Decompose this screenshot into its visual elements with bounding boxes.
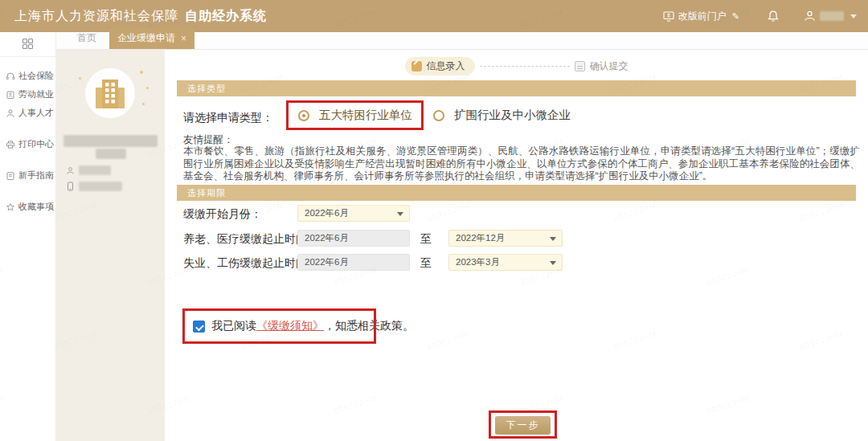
contact-phone-row	[66, 182, 122, 191]
phone-icon	[66, 182, 75, 191]
section-header-period: 选择期限	[177, 185, 856, 201]
radio-option-label: 扩围行业及中小微企业	[454, 108, 571, 123]
edit-icon	[411, 61, 422, 71]
person-icon	[6, 108, 15, 118]
pension-medical-start-input: 2022年6月	[297, 230, 410, 247]
monitor-icon	[663, 11, 674, 22]
sidebar-item-hr-talent[interactable]: 人事人才	[0, 104, 55, 122]
id-badge-icon	[6, 90, 15, 100]
notice-body: 本市餐饮、零售、旅游（指旅行社及相关服务、游览景区管理两类）、民航、公路水路铁路…	[183, 145, 860, 183]
person-icon	[66, 166, 75, 175]
contact-person-row	[66, 165, 111, 175]
headset-icon	[6, 71, 15, 81]
agreement-checkbox[interactable]	[193, 321, 205, 333]
guide-icon	[6, 171, 15, 181]
to-label: 至	[420, 256, 432, 271]
sidebar-item-label: 打印中心	[18, 138, 54, 150]
agreement-post: ，知悉相关政策。	[324, 319, 414, 332]
chevron-down-icon	[550, 237, 556, 241]
sidebar-item-label: 劳动就业	[18, 88, 54, 100]
document-icon	[575, 61, 585, 71]
pension-medical-end-value: 2022年12月	[456, 232, 505, 244]
avatar	[85, 68, 135, 118]
company-name-blurred	[63, 135, 158, 147]
sparkle-dot	[142, 103, 145, 105]
unemployment-injury-end-value: 2023年3月	[456, 256, 500, 268]
menu-grid-button[interactable]	[0, 32, 55, 57]
agreement-row: 我已阅读《缓缴须知》，知悉相关政策。	[193, 319, 414, 333]
to-label: 至	[420, 232, 432, 247]
start-month-select[interactable]: 2022年6月	[297, 205, 410, 222]
section-header-type: 选择类型	[177, 80, 856, 96]
pencil-icon: ✎	[732, 11, 739, 22]
step-confirm-submit: 确认提交	[575, 59, 628, 73]
agreement-text: 我已阅读《缓缴须知》，知悉相关政策。	[211, 319, 414, 333]
step-info-entry-label: 信息录入	[427, 59, 465, 73]
apply-type-label: 请选择申请类型：	[183, 111, 273, 125]
user-menu[interactable]	[804, 10, 857, 22]
contact-person-blurred	[79, 165, 111, 175]
notifications-button[interactable]	[767, 10, 780, 23]
old-portal-link[interactable]: 改版前门户 ✎	[663, 10, 739, 23]
chevron-down-icon	[550, 261, 556, 265]
step-connector	[480, 66, 570, 67]
unemployment-injury-end-select[interactable]: 2023年3月	[448, 254, 563, 271]
company-profile-panel	[56, 50, 165, 441]
app-window: 上海市人力资源和社会保障 自助经办系统 改版前门户 ✎ 首页 企业缓缴申请 ×	[0, 0, 868, 441]
chevron-down-icon	[850, 14, 857, 18]
contact-phone-blurred	[79, 182, 122, 191]
bell-icon	[767, 10, 780, 23]
building-icon	[92, 76, 128, 110]
start-month-label: 缓缴开始月份：	[183, 207, 262, 222]
tab-enterprise-deferral-label: 企业缓缴申请	[117, 31, 175, 45]
radio-option-expanded-industries[interactable]: 扩围行业及中小微企业	[433, 108, 571, 123]
pension-medical-end-select[interactable]: 2022年12月	[448, 230, 563, 247]
sidebar-item-label: 社会保险	[18, 70, 54, 82]
start-month-value: 2022年6月	[305, 207, 349, 219]
username-blurred	[820, 11, 844, 21]
printer-icon	[6, 140, 15, 149]
sidebar-item-label: 人事人才	[18, 107, 54, 119]
radio-option-label: 五大特困行业单位	[319, 108, 412, 123]
user-icon	[804, 10, 816, 22]
grid-icon	[22, 38, 34, 50]
sidebar-item-employment[interactable]: 劳动就业	[0, 85, 55, 104]
tab-home[interactable]: 首页	[69, 29, 104, 49]
sidebar-item-favorites[interactable]: 收藏事项	[0, 198, 55, 216]
sidebar-item-label: 新手指南	[18, 169, 54, 182]
sparkle-dot	[146, 87, 149, 89]
agreement-pre: 我已阅读	[211, 319, 256, 332]
radio-button[interactable]	[433, 110, 444, 121]
step-info-entry: 信息录入	[405, 57, 475, 76]
close-icon[interactable]: ×	[181, 34, 186, 43]
main-content: 信息录入 确认提交 选择类型 请选择申请类型： 五大特困行业单位 扩围行业及中小…	[165, 50, 868, 441]
old-portal-label: 改版前门户	[678, 10, 727, 23]
sidebar-item-print-center[interactable]: 打印中心	[0, 135, 55, 153]
tab-bar: 首页 企业缓缴申请 ×	[56, 32, 868, 50]
sparkle-dot	[140, 71, 143, 74]
radio-button[interactable]	[298, 110, 309, 121]
tab-enterprise-deferral[interactable]: 企业缓缴申请 ×	[109, 28, 194, 49]
app-title-system: 自助经办系统	[185, 8, 267, 25]
app-title-text: 上海市人力资源和社会保障	[14, 8, 178, 25]
app-header: 上海市人力资源和社会保障 自助经办系统 改版前门户 ✎	[0, 0, 868, 32]
sidebar: 社会保险 劳动就业 人事人才 打印中心 新手指南 收藏事项	[0, 32, 56, 441]
chevron-down-icon	[397, 212, 403, 216]
unemployment-injury-start-input: 2022年6月	[297, 254, 410, 271]
sidebar-item-beginner-guide[interactable]: 新手指南	[0, 166, 55, 185]
app-title: 上海市人力资源和社会保障 自助经办系统	[14, 8, 267, 25]
deferral-notice-link[interactable]: 《缓缴须知》	[256, 319, 324, 332]
next-step-button[interactable]: 下一步	[495, 416, 551, 435]
sparkle-dot	[79, 77, 81, 80]
company-name-blurred-2	[96, 149, 126, 159]
step-confirm-submit-label: 确认提交	[590, 59, 628, 73]
sidebar-item-label: 收藏事项	[18, 201, 54, 213]
progress-steps: 信息录入 确认提交	[165, 57, 868, 76]
radio-option-five-hardship-industries[interactable]: 五大特困行业单位	[298, 108, 412, 123]
pension-medical-start-value: 2022年6月	[305, 232, 349, 244]
sidebar-item-social-insurance[interactable]: 社会保险	[0, 67, 55, 85]
star-icon	[6, 202, 15, 212]
unemployment-injury-start-value: 2022年6月	[305, 256, 349, 268]
